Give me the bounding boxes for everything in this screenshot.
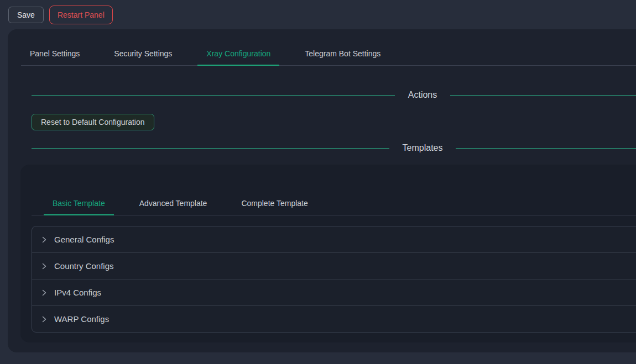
templates-card: Basic Template Advanced Template Complet…: [20, 165, 636, 342]
divider-line: [32, 148, 389, 149]
templates-section-title: Templates: [389, 143, 456, 153]
chevron-right-icon: [41, 289, 48, 296]
divider-line: [456, 148, 636, 149]
tab-advanced-template[interactable]: Advanced Template: [131, 192, 216, 215]
tab-telegram-bot-settings[interactable]: Telegram Bot Settings: [296, 43, 389, 66]
collapse-row-label: General Configs: [54, 235, 114, 244]
templates-divider: Templates: [32, 141, 636, 155]
collapse-row-label: IPv4 Configs: [54, 288, 101, 297]
divider-line: [32, 95, 395, 96]
collapse-row-general-configs[interactable]: General Configs: [32, 226, 636, 252]
settings-tab-bar: Panel Settings Security Settings Xray Co…: [21, 29, 636, 66]
tab-xray-configuration[interactable]: Xray Configuration: [197, 43, 279, 66]
collapse-row-country-configs[interactable]: Country Configs: [32, 252, 636, 279]
collapse-row-label: WARP Configs: [54, 314, 109, 324]
tab-security-settings[interactable]: Security Settings: [105, 43, 181, 66]
divider-line: [450, 95, 636, 96]
collapse-row-warp-configs[interactable]: WARP Configs: [32, 305, 636, 332]
chevron-right-icon: [41, 236, 48, 243]
top-action-bar: Save Restart Panel: [0, 0, 636, 29]
collapse-row-ipv4-configs[interactable]: IPv4 Configs: [32, 279, 636, 305]
settings-card: Panel Settings Security Settings Xray Co…: [8, 29, 636, 352]
tab-panel-settings[interactable]: Panel Settings: [21, 43, 88, 66]
actions-section-title: Actions: [395, 90, 450, 100]
xray-settings-page: { "topbar": { "save_label": "Save", "res…: [0, 0, 636, 364]
restart-panel-button[interactable]: Restart Panel: [49, 6, 113, 24]
chevron-right-icon: [41, 316, 48, 323]
template-tab-bar: Basic Template Advanced Template Complet…: [32, 165, 636, 215]
reset-default-config-button[interactable]: Reset to Default Configuration: [32, 114, 154, 130]
actions-divider: Actions: [32, 88, 636, 102]
chevron-right-icon: [41, 263, 48, 270]
save-button[interactable]: Save: [8, 7, 44, 23]
tab-basic-template[interactable]: Basic Template: [44, 192, 114, 215]
tab-complete-template[interactable]: Complete Template: [232, 192, 316, 215]
config-collapse-list: General Configs Country Configs IPv4 Con…: [32, 226, 636, 333]
collapse-row-label: Country Configs: [54, 261, 114, 271]
